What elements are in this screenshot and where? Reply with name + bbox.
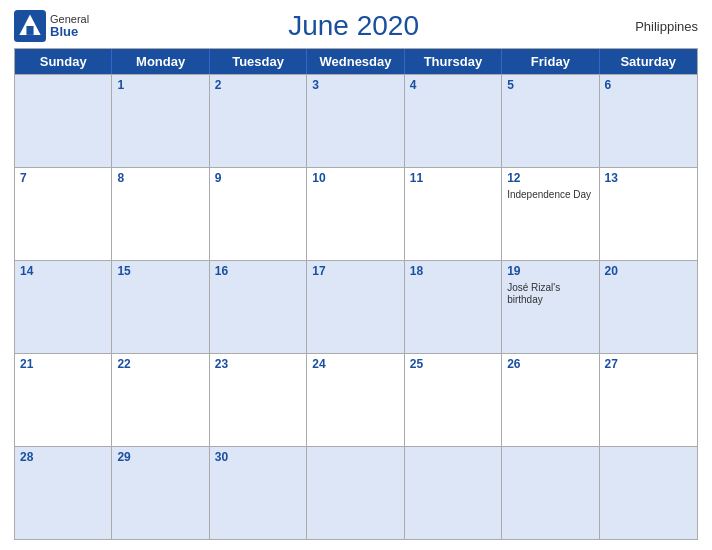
calendar-cell: 2 <box>210 75 307 167</box>
calendar-cell: 28 <box>15 447 112 539</box>
cell-date-number: 28 <box>20 450 106 466</box>
calendar-cell <box>405 447 502 539</box>
cell-date-number: 17 <box>312 264 398 280</box>
header: General Blue June 2020 Philippines <box>14 10 698 42</box>
day-header-thursday: Thursday <box>405 49 502 74</box>
calendar-week-4: 21222324252627 <box>15 353 697 446</box>
cell-date-number: 13 <box>605 171 692 187</box>
cell-date-number: 4 <box>410 78 496 94</box>
cell-date-number: 9 <box>215 171 301 187</box>
calendar-cell: 24 <box>307 354 404 446</box>
country-label: Philippines <box>618 19 698 34</box>
cell-date-number: 11 <box>410 171 496 187</box>
cell-date-number: 22 <box>117 357 203 373</box>
calendar-cell: 5 <box>502 75 599 167</box>
logo-text: General Blue <box>50 13 89 39</box>
calendar-cell: 15 <box>112 261 209 353</box>
cell-date-number: 21 <box>20 357 106 373</box>
calendar-cell: 13 <box>600 168 697 260</box>
cell-date-number: 12 <box>507 171 593 187</box>
cell-event-label: Independence Day <box>507 189 593 201</box>
calendar-week-3: 141516171819José Rizal's birthday20 <box>15 260 697 353</box>
calendar-cell <box>15 75 112 167</box>
calendar-cell: 8 <box>112 168 209 260</box>
calendar-cell: 30 <box>210 447 307 539</box>
cell-date-number: 30 <box>215 450 301 466</box>
calendar-cell: 3 <box>307 75 404 167</box>
calendar: SundayMondayTuesdayWednesdayThursdayFrid… <box>14 48 698 540</box>
cell-date-number: 7 <box>20 171 106 187</box>
cell-date-number: 14 <box>20 264 106 280</box>
cell-date-number: 27 <box>605 357 692 373</box>
cell-date-number: 19 <box>507 264 593 280</box>
calendar-cell: 14 <box>15 261 112 353</box>
calendar-cell: 9 <box>210 168 307 260</box>
cell-date-number: 1 <box>117 78 203 94</box>
calendar-cell <box>502 447 599 539</box>
calendar-cell: 6 <box>600 75 697 167</box>
calendar-cell <box>307 447 404 539</box>
calendar-cell: 11 <box>405 168 502 260</box>
cell-date-number: 20 <box>605 264 692 280</box>
day-header-monday: Monday <box>112 49 209 74</box>
cell-date-number: 24 <box>312 357 398 373</box>
calendar-cell: 21 <box>15 354 112 446</box>
svg-rect-2 <box>26 26 33 35</box>
calendar-week-2: 789101112Independence Day13 <box>15 167 697 260</box>
calendar-title: June 2020 <box>89 10 618 42</box>
logo: General Blue <box>14 10 89 42</box>
day-header-saturday: Saturday <box>600 49 697 74</box>
calendar-cell: 7 <box>15 168 112 260</box>
cell-date-number: 16 <box>215 264 301 280</box>
calendar-week-1: 123456 <box>15 74 697 167</box>
calendar-cell <box>600 447 697 539</box>
calendar-cell: 10 <box>307 168 404 260</box>
cell-date-number: 3 <box>312 78 398 94</box>
calendar-cell: 20 <box>600 261 697 353</box>
calendar-cell: 18 <box>405 261 502 353</box>
cell-date-number: 15 <box>117 264 203 280</box>
calendar-cell: 12Independence Day <box>502 168 599 260</box>
cell-date-number: 23 <box>215 357 301 373</box>
cell-date-number: 10 <box>312 171 398 187</box>
cell-date-number: 6 <box>605 78 692 94</box>
calendar-cell: 25 <box>405 354 502 446</box>
cell-date-number: 2 <box>215 78 301 94</box>
generalblue-logo-icon <box>14 10 46 42</box>
logo-blue-text: Blue <box>50 25 89 39</box>
day-header-sunday: Sunday <box>15 49 112 74</box>
day-header-tuesday: Tuesday <box>210 49 307 74</box>
calendar-body: 123456789101112Independence Day131415161… <box>15 74 697 539</box>
calendar-cell: 22 <box>112 354 209 446</box>
cell-date-number: 25 <box>410 357 496 373</box>
calendar-week-5: 282930 <box>15 446 697 539</box>
cell-date-number: 8 <box>117 171 203 187</box>
cell-date-number: 29 <box>117 450 203 466</box>
calendar-cell: 16 <box>210 261 307 353</box>
calendar-cell: 27 <box>600 354 697 446</box>
day-header-friday: Friday <box>502 49 599 74</box>
calendar-cell: 1 <box>112 75 209 167</box>
calendar-cell: 4 <box>405 75 502 167</box>
day-header-wednesday: Wednesday <box>307 49 404 74</box>
calendar-cell: 29 <box>112 447 209 539</box>
cell-date-number: 26 <box>507 357 593 373</box>
calendar-cell: 23 <box>210 354 307 446</box>
page: General Blue June 2020 Philippines Sunda… <box>0 0 712 550</box>
cell-event-label: José Rizal's birthday <box>507 282 593 306</box>
calendar-cell: 19José Rizal's birthday <box>502 261 599 353</box>
calendar-cell: 26 <box>502 354 599 446</box>
calendar-cell: 17 <box>307 261 404 353</box>
cell-date-number: 18 <box>410 264 496 280</box>
cell-date-number: 5 <box>507 78 593 94</box>
calendar-header-row: SundayMondayTuesdayWednesdayThursdayFrid… <box>15 49 697 74</box>
